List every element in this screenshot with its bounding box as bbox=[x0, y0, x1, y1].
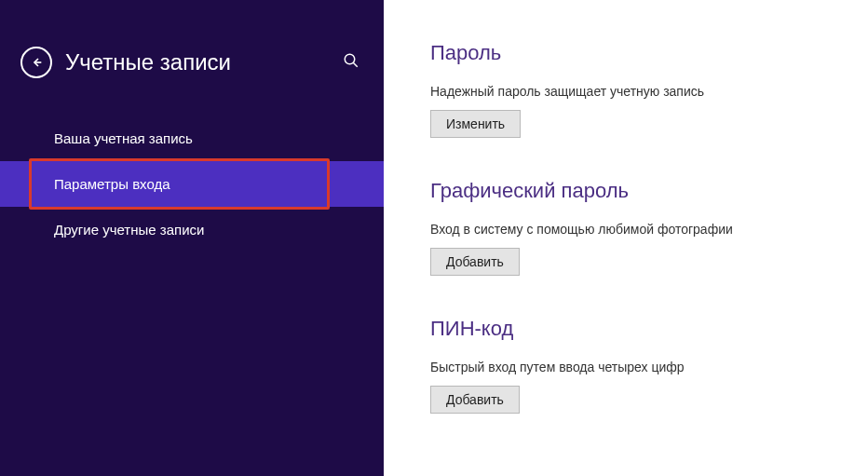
sidebar: Учетные записи Ваша учетная запись Парам… bbox=[0, 0, 384, 476]
add-pin-button[interactable]: Добавить bbox=[430, 386, 520, 414]
sidebar-item-other-accounts[interactable]: Другие учетные записи bbox=[0, 207, 384, 252]
section-title: Графический пароль bbox=[430, 179, 849, 203]
section-description: Надежный пароль защищает учетную запись bbox=[430, 84, 849, 99]
search-icon bbox=[343, 52, 359, 69]
section-title: ПИН-код bbox=[430, 317, 849, 341]
sidebar-item-label: Параметры входа bbox=[54, 176, 170, 192]
svg-line-2 bbox=[353, 62, 358, 67]
section-description: Вход в систему с помощью любимой фотогра… bbox=[430, 222, 849, 237]
sidebar-item-label: Ваша учетная запись bbox=[54, 130, 193, 146]
svg-point-1 bbox=[345, 54, 355, 64]
main-content: Пароль Надежный пароль защищает учетную … bbox=[384, 0, 868, 476]
section-description: Быстрый вход путем ввода четырех цифр bbox=[430, 360, 849, 374]
section-password: Пароль Надежный пароль защищает учетную … bbox=[430, 41, 849, 138]
add-picture-password-button[interactable]: Добавить bbox=[430, 248, 520, 276]
sidebar-item-label: Другие учетные записи bbox=[54, 222, 204, 238]
arrow-left-icon bbox=[29, 55, 44, 70]
page-title: Учетные записи bbox=[65, 49, 231, 75]
section-title: Пароль bbox=[430, 41, 849, 65]
sidebar-header: Учетные записи bbox=[0, 0, 384, 106]
back-button[interactable] bbox=[20, 47, 52, 78]
sidebar-item-signin-options[interactable]: Параметры входа bbox=[0, 161, 384, 207]
sidebar-items: Ваша учетная запись Параметры входа Друг… bbox=[0, 116, 384, 252]
search-button[interactable] bbox=[337, 47, 365, 78]
section-picture-password: Графический пароль Вход в систему с помо… bbox=[430, 179, 849, 276]
header-left: Учетные записи bbox=[20, 47, 231, 78]
change-password-button[interactable]: Изменить bbox=[430, 110, 521, 138]
sidebar-item-your-account[interactable]: Ваша учетная запись bbox=[0, 116, 384, 161]
section-pin: ПИН-код Быстрый вход путем ввода четырех… bbox=[430, 317, 849, 414]
